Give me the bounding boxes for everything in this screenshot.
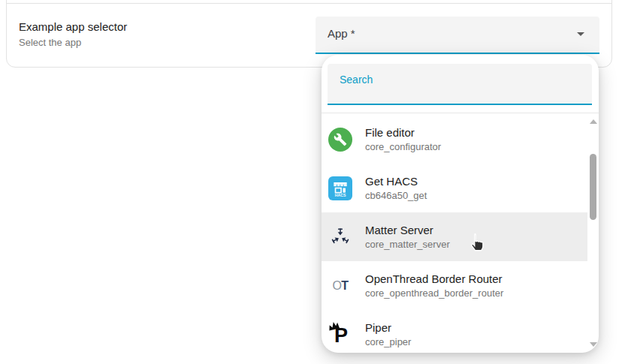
chevron-down-icon	[577, 32, 584, 36]
list-item-openthread-border-router[interactable]: OT OpenThread Border Router core_openthr…	[322, 261, 587, 310]
app-list: File editor core_configurator HACS Get H	[322, 115, 599, 353]
app-select-field[interactable]: App *	[316, 17, 599, 54]
item-title: OpenThread Border Router	[365, 272, 503, 285]
item-slug: core_openthread_border_router	[365, 287, 503, 299]
item-title: Get HACS	[365, 175, 427, 188]
file-editor-wrench-icon	[328, 128, 352, 152]
list-item-file-editor[interactable]: File editor core_configurator	[322, 115, 587, 164]
hacs-store-icon: HACS	[328, 176, 352, 200]
app-select-label: App *	[328, 27, 355, 40]
setting-row-text: Example app selector Select the app	[19, 20, 127, 49]
scroll-down-arrow-icon[interactable]	[590, 342, 597, 347]
item-slug: core_matter_server	[365, 239, 450, 250]
list-scrollbar[interactable]	[587, 115, 599, 353]
search-box[interactable]	[328, 64, 592, 105]
list-item-matter-server[interactable]: Matter Server core_matter_server	[322, 212, 587, 261]
scroll-up-arrow-icon[interactable]	[590, 119, 597, 124]
item-title: Piper	[365, 321, 411, 334]
item-slug: core_configurator	[365, 141, 441, 152]
list-item-piper[interactable]: P Piper core_piper	[322, 310, 587, 353]
svg-text:HACS: HACS	[335, 193, 346, 197]
item-slug: cb646a50_get	[365, 190, 427, 201]
item-title: File editor	[365, 126, 441, 139]
app-dropdown-panel: File editor core_configurator HACS Get H	[322, 55, 599, 353]
item-slug: core_piper	[365, 336, 411, 347]
card-divider	[7, 3, 611, 4]
scrollbar-thumb[interactable]	[590, 154, 596, 220]
piper-logo-icon: P	[328, 323, 352, 347]
list-item-get-hacs[interactable]: HACS Get HACS cb646a50_get	[322, 164, 587, 212]
matter-logo-icon	[328, 225, 352, 249]
item-title: Matter Server	[365, 224, 450, 236]
panel-divider	[322, 113, 599, 113]
setting-title: Example app selector	[19, 20, 127, 34]
search-input[interactable]	[328, 64, 592, 104]
openthread-ot-icon: OT	[328, 274, 352, 298]
setting-subtitle: Select the app	[19, 37, 127, 49]
